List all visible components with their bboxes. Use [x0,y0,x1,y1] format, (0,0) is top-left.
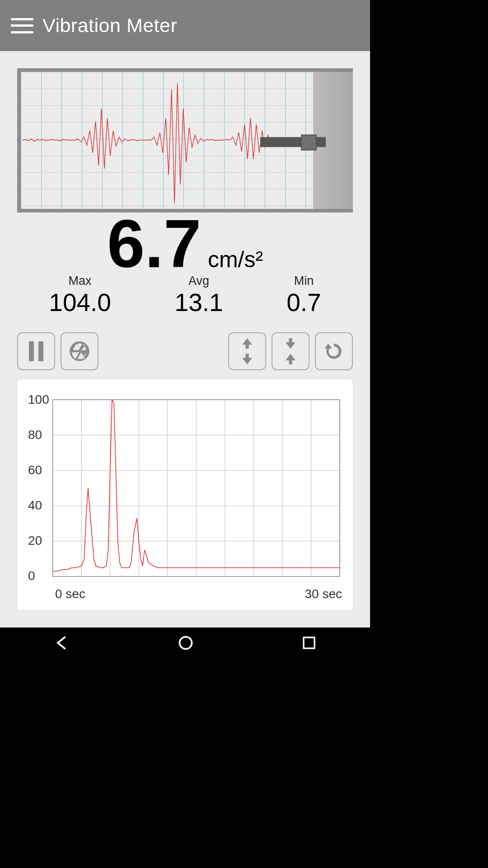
history-trace [28,390,342,586]
svg-rect-19 [304,637,314,648]
stat-avg: Avg 13.1 [175,274,223,317]
history-chart: 100 80 60 40 20 0 0 sec 30 sec [28,390,342,586]
stat-min-value: 0.7 [286,288,321,317]
nav-back-icon[interactable] [54,635,70,651]
y-tick-100: 100 [28,392,49,407]
nav-recent-icon[interactable] [302,636,316,650]
y-tick-80: 80 [28,428,42,442]
arrows-in-icon [281,338,300,364]
y-tick-20: 20 [28,533,42,548]
y-tick-0: 0 [28,569,35,583]
current-reading: 6.7 cm/s² [17,215,353,273]
app-title: Vibration Meter [42,14,177,37]
capture-button[interactable] [61,332,99,370]
main-content: // grid lines placed later via JS after … [0,51,370,627]
stat-min: Min 0.7 [286,274,321,317]
x-tick-end: 30 sec [305,587,343,601]
stats-row: Max 104.0 Avg 13.1 Min 0.7 [17,274,353,317]
stat-max-value: 104.0 [49,288,111,317]
stat-avg-value: 13.1 [175,288,223,317]
nav-home-icon[interactable] [178,635,194,651]
control-row [17,332,353,370]
reading-unit: cm/s² [208,247,263,272]
arrows-out-icon [237,338,257,364]
y-tick-40: 40 [28,498,42,513]
svg-point-18 [180,637,192,649]
reset-button[interactable] [315,332,353,370]
pause-button[interactable] [17,332,55,370]
history-card: 100 80 60 40 20 0 0 sec 30 sec [17,379,353,611]
x-tick-start: 0 sec [55,587,85,601]
zoom-in-vertical-button[interactable] [272,332,310,370]
stat-max-label: Max [49,274,111,288]
y-tick-60: 60 [28,463,42,477]
stat-min-label: Min [286,274,321,288]
reading-value: 6.7 [107,206,202,282]
stat-max: Max 104.0 [49,274,111,317]
hamburger-menu-icon[interactable] [11,14,33,37]
shutter-icon [68,340,91,363]
seismograph-chart: // grid lines placed later via JS after … [17,68,353,212]
app-screen: Vibration Meter // grid lines placed lat… [0,0,370,658]
zoom-out-vertical-button[interactable] [228,332,266,370]
seismograph-pen-base [301,134,317,150]
stat-avg-label: Avg [175,274,223,288]
app-bar: Vibration Meter [0,0,370,51]
android-nav-bar [0,627,370,658]
pause-icon [29,341,43,361]
refresh-icon [323,340,345,363]
